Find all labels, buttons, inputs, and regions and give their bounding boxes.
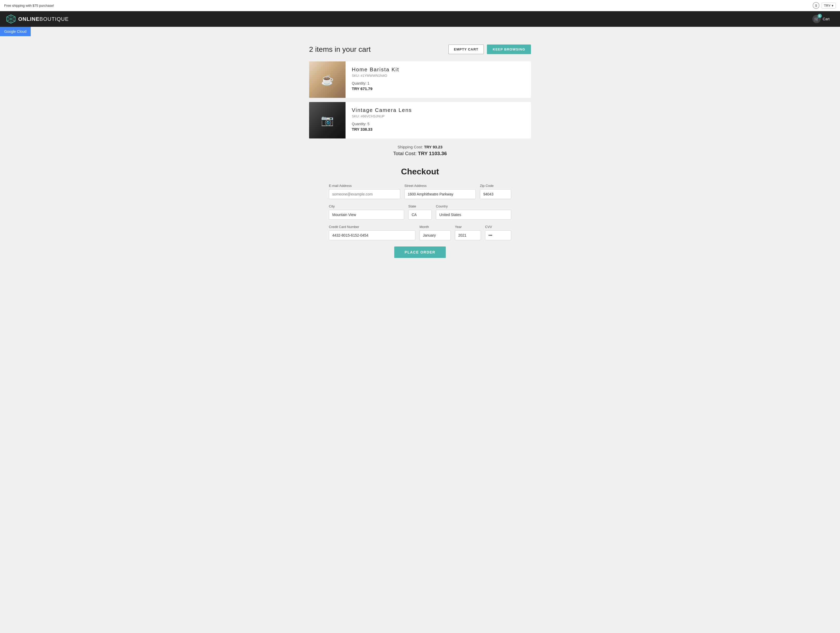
item-price: TRY 338.33 [352,127,525,131]
cart-items-list: ☕ Home Barista Kit SKU: #1YMWWN1N4O Quan… [309,61,531,139]
cost-summary: Shipping Cost: TRY 93.23 Total Cost: TRY… [309,145,531,156]
street-field-group: Street Address [404,184,476,199]
city-label: City [329,204,404,208]
announcement-text: Free shipping with $75 purchase! [4,4,54,8]
empty-cart-button[interactable]: EMPTY CART [448,44,484,54]
country-field-group: Country [436,204,511,220]
cvv-input[interactable] [485,230,511,240]
cart-icon-wrap: 🛒 6 [812,15,821,23]
year-label: Year [455,225,481,229]
keep-browsing-button[interactable]: KEEP BROWSING [487,44,531,54]
item-price: TRY 671.79 [352,87,525,91]
item-image-emoji: 📷 [321,114,334,126]
month-label: Month [420,225,451,229]
cc-input[interactable] [329,230,415,240]
currency-icon: $ [813,2,819,9]
item-details: Home Barista Kit SKU: #1YMWWN1N4O Quanti… [346,61,531,98]
total-cost-value: TRY 1103.36 [418,151,447,156]
place-order-button[interactable]: PLACE ORDER [394,247,446,258]
shipping-cost: Shipping Cost: TRY 93.23 [309,145,531,149]
year-input[interactable] [455,230,481,240]
cart-button[interactable]: 🛒 6 Cart [808,13,834,25]
city-field-group: City [329,204,404,220]
cvv-field-group: CVV [485,225,511,240]
item-quantity: Quantity: 5 [352,122,525,126]
state-input[interactable] [408,210,432,220]
cart-title: 2 items in your cart [309,45,371,54]
zip-label: Zip Code [480,184,511,188]
city-input[interactable] [329,210,404,220]
item-image-emoji: ☕ [321,74,334,86]
chevron-down-icon: ▾ [832,4,834,8]
logo-text-bold: ONLINE [18,16,39,22]
currency-code: TRY [824,4,831,8]
logo-text: ONLINEBOUTIQUE [18,16,69,22]
month-input[interactable] [420,230,451,240]
google-cloud-badge: Google Cloud [0,27,31,36]
cart-actions: EMPTY CART KEEP BROWSING [448,44,531,54]
header: ONLINEBOUTIQUE 🛒 6 Cart [0,11,840,27]
checkout-title: Checkout [309,167,531,176]
form-row-2: City State Country [329,204,511,220]
email-label: E-mail Address [329,184,400,188]
item-sku: SKU: #1YMWWN1N4O [352,74,525,77]
cvv-label: CVV [485,225,511,229]
form-row-1: E-mail Address Street Address Zip Code [329,184,511,199]
cart-label: Cart [823,17,830,21]
cc-field-group: Credit Card Number [329,225,415,240]
state-field-group: State [408,204,432,220]
cc-label: Credit Card Number [329,225,415,229]
month-field-group: Month [420,225,451,240]
zip-field-group: Zip Code [480,184,511,199]
street-label: Street Address [404,184,476,188]
cart-header: 2 items in your cart EMPTY CART KEEP BRO… [309,44,531,54]
item-name: Vintage Camera Lens [352,107,525,113]
cart-badge: 6 [818,14,822,18]
state-label: State [408,204,432,208]
item-name: Home Barista Kit [352,67,525,72]
street-input[interactable] [404,189,476,199]
country-input[interactable] [436,210,511,220]
total-cost: Total Cost: TRY 1103.36 [309,151,531,156]
currency-selector[interactable]: $ TRY ▾ [813,2,836,9]
logo-area: ONLINEBOUTIQUE [6,14,69,24]
item-image: 📷 [309,102,346,139]
cart-item: 📷 Vintage Camera Lens SKU: #66VCHSJNUP Q… [309,102,531,139]
checkout-section: Checkout E-mail Address Street Address Z… [309,167,531,258]
item-quantity: Quantity: 1 [352,81,525,85]
item-details: Vintage Camera Lens SKU: #66VCHSJNUP Qua… [346,102,531,139]
zip-input[interactable] [480,189,511,199]
currency-dropdown[interactable]: TRY ▾ [821,3,836,9]
item-image: ☕ [309,61,346,98]
announcement-bar: Free shipping with $75 purchase! $ TRY ▾ [0,0,840,11]
checkout-form: E-mail Address Street Address Zip Code C… [329,184,511,258]
item-sku: SKU: #66VCHSJNUP [352,114,525,118]
year-field-group: Year [455,225,481,240]
cart-item: ☕ Home Barista Kit SKU: #1YMWWN1N4O Quan… [309,61,531,98]
form-row-3: Credit Card Number Month Year CVV [329,225,511,240]
main-content: 2 items in your cart EMPTY CART KEEP BRO… [303,36,537,266]
email-field-group: E-mail Address [329,184,400,199]
logo-icon [6,14,16,24]
shipping-cost-value: TRY 93.23 [424,145,442,149]
email-input[interactable] [329,189,400,199]
country-label: Country [436,204,511,208]
